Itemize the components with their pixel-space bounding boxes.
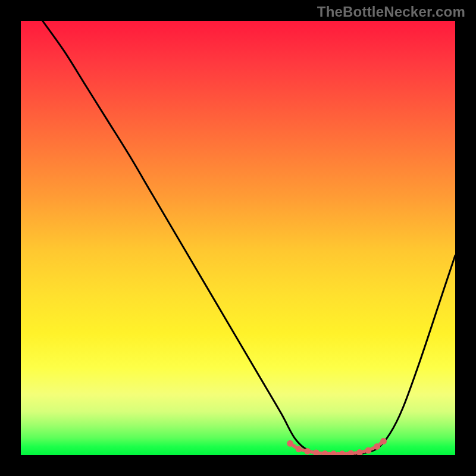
chart-frame: TheBottleNecker.com — [0, 0, 476, 476]
marker-dot — [380, 438, 387, 444]
marker-dot — [313, 450, 320, 456]
marker-dot — [330, 450, 337, 455]
main-curve — [43, 21, 456, 455]
watermark-text: TheBottleNecker.com — [317, 4, 465, 20]
marker-dot — [339, 450, 346, 455]
marker-dot — [304, 448, 311, 455]
marker-dot — [322, 450, 328, 455]
marker-dash — [372, 448, 373, 449]
curve-layer — [21, 21, 455, 455]
marker-dash — [294, 446, 296, 447]
marker-dot — [356, 449, 363, 455]
plot-area — [21, 21, 455, 455]
marker-dot — [347, 450, 354, 455]
marker-dot — [296, 446, 302, 452]
